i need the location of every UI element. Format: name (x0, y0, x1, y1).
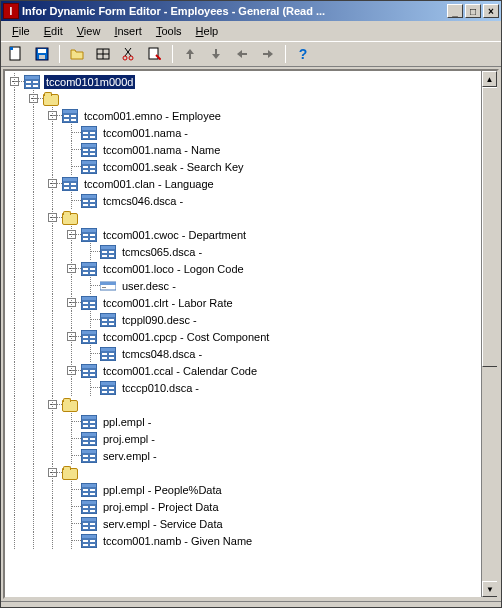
tree-node[interactable]: tccom001.seak - Search Key (5, 158, 481, 175)
svg-rect-157 (83, 544, 88, 546)
grid-button[interactable] (92, 44, 114, 64)
tree-node[interactable]: serv.empl - (5, 447, 481, 464)
scroll-thumb[interactable] (482, 87, 498, 367)
svg-rect-90 (109, 319, 114, 321)
menu-insert[interactable]: Insert (107, 23, 149, 39)
collapse-toggle[interactable]: − (43, 396, 62, 413)
collapse-toggle[interactable]: − (62, 260, 81, 277)
tree-node[interactable]: tccom001.namb - Given Name (5, 532, 481, 549)
tree-node-label[interactable]: tccom001.emno - Employee (82, 109, 223, 123)
tree-node[interactable]: tcmcs046.dsca - (5, 192, 481, 209)
menu-view[interactable]: View (70, 23, 108, 39)
tree-node-label[interactable]: tccom001.nama - (101, 126, 190, 140)
tree-node[interactable]: proj.empl - (5, 430, 481, 447)
tree-node-label[interactable]: tccom001.clrt - Labor Rate (101, 296, 235, 310)
tree-node-label[interactable]: user.desc - (120, 279, 178, 293)
properties-button[interactable] (144, 44, 166, 64)
svg-rect-38 (83, 149, 88, 151)
collapse-toggle[interactable]: − (43, 209, 62, 226)
tree-node-label[interactable]: tcmcs065.dsca - (120, 245, 204, 259)
svg-rect-94 (82, 331, 96, 334)
tree-node-label[interactable]: tccom001.loco - Logon Code (101, 262, 246, 276)
save-button[interactable] (31, 44, 53, 64)
cut-button[interactable] (118, 44, 140, 64)
tree-node-label[interactable]: tccom001.cpcp - Cost Component (101, 330, 271, 344)
tree-node[interactable]: −tccom001.cwoc - Department (5, 226, 481, 243)
tree-node[interactable]: −tccom001.emno - Employee (5, 107, 481, 124)
tree-node[interactable]: tccom001.nama - (5, 124, 481, 141)
tree-node[interactable]: tcmcs065.dsca - (5, 243, 481, 260)
svg-rect-88 (101, 314, 115, 317)
tree-node-label[interactable]: ppl.empl - (101, 415, 153, 429)
collapse-toggle[interactable]: − (62, 226, 81, 243)
collapse-toggle[interactable]: − (43, 175, 62, 192)
collapse-toggle[interactable]: − (43, 107, 62, 124)
new-button[interactable] (5, 44, 27, 64)
tree-node-label[interactable]: tccom0101m000d (44, 75, 135, 89)
vertical-scrollbar[interactable]: ▲ ▼ (481, 71, 497, 597)
menu-help[interactable]: Help (189, 23, 226, 39)
svg-rect-63 (90, 234, 95, 236)
tree-node-label[interactable]: proj.empl - (101, 432, 157, 446)
tree-node[interactable]: tcmcs048.dsca - (5, 345, 481, 362)
tree-node[interactable]: −tccom001.ccal - Calendar Code (5, 362, 481, 379)
tree-node-label[interactable]: serv.empl - Service Data (101, 517, 225, 531)
svg-rect-82 (82, 297, 96, 300)
tree-node[interactable]: proj.empl - Project Data (5, 498, 481, 515)
minimize-button[interactable]: _ (447, 4, 463, 18)
tree-node-label[interactable]: tcccp010.dsca - (120, 381, 201, 395)
tree-node[interactable]: tcccp010.dsca - (5, 379, 481, 396)
tree-node-label[interactable]: tccom001.namb - Given Name (101, 534, 254, 548)
svg-rect-50 (64, 183, 69, 185)
tree-node[interactable]: − (5, 464, 481, 481)
tree-node-label[interactable]: tccom001.nama - Name (101, 143, 222, 157)
maximize-button[interactable]: □ (465, 4, 481, 18)
tree-node[interactable]: −tccom001.loco - Logon Code (5, 260, 481, 277)
collapse-toggle[interactable]: − (5, 73, 24, 90)
svg-rect-101 (102, 353, 107, 355)
tree-node[interactable]: −tccom001.cpcp - Cost Component (5, 328, 481, 345)
help-button[interactable]: ? (292, 44, 314, 64)
tree-node[interactable]: ppl.empl - (5, 413, 481, 430)
tree-node-label[interactable]: tcppl090.desc - (120, 313, 199, 327)
move-down-button[interactable] (205, 44, 227, 64)
tree-node[interactable]: −tccom001.clan - Language (5, 175, 481, 192)
collapse-toggle[interactable]: − (62, 294, 81, 311)
scroll-down-arrow[interactable]: ▼ (482, 581, 498, 597)
tree-node[interactable]: −tccom001.clrt - Labor Rate (5, 294, 481, 311)
tree-node-label[interactable]: ppl.empl - People%Data (101, 483, 224, 497)
tree-node[interactable]: − (5, 396, 481, 413)
tree-node-label[interactable]: tccom001.ccal - Calendar Code (101, 364, 259, 378)
tree-node-label[interactable]: tccom001.seak - Search Key (101, 160, 246, 174)
move-up-button[interactable] (179, 44, 201, 64)
tree-node-label[interactable]: proj.empl - Project Data (101, 500, 221, 514)
tree-node[interactable]: − (5, 209, 481, 226)
tree-node[interactable]: ppl.empl - People%Data (5, 481, 481, 498)
svg-rect-158 (90, 544, 95, 546)
close-button[interactable]: × (483, 4, 499, 18)
menu-file[interactable]: File (5, 23, 37, 39)
tree-node[interactable]: user.desc - (5, 277, 481, 294)
tree-node-label[interactable]: tcmcs046.dsca - (101, 194, 185, 208)
collapse-toggle[interactable]: − (24, 90, 43, 107)
tree-joint (62, 430, 81, 447)
menu-edit[interactable]: Edit (37, 23, 70, 39)
tree-node[interactable]: − (5, 90, 481, 107)
move-right-button[interactable] (257, 44, 279, 64)
menu-tools[interactable]: Tools (149, 23, 189, 39)
tree-node[interactable]: serv.empl - Service Data (5, 515, 481, 532)
move-left-button[interactable] (231, 44, 253, 64)
tree-node[interactable]: tccom001.nama - Name (5, 141, 481, 158)
tree-node[interactable]: tcppl090.desc - (5, 311, 481, 328)
tree-node[interactable]: −tccom0101m000d (5, 73, 481, 90)
open-button[interactable] (66, 44, 88, 64)
tree-node-label[interactable]: tccom001.cwoc - Department (101, 228, 248, 242)
tree-node-label[interactable]: serv.empl - (101, 449, 159, 463)
svg-rect-130 (82, 450, 96, 453)
collapse-toggle[interactable]: − (62, 328, 81, 345)
scroll-up-arrow[interactable]: ▲ (482, 71, 497, 87)
tree-node-label[interactable]: tccom001.clan - Language (82, 177, 216, 191)
collapse-toggle[interactable]: − (43, 464, 62, 481)
tree-node-label[interactable]: tcmcs048.dsca - (120, 347, 204, 361)
collapse-toggle[interactable]: − (62, 362, 81, 379)
